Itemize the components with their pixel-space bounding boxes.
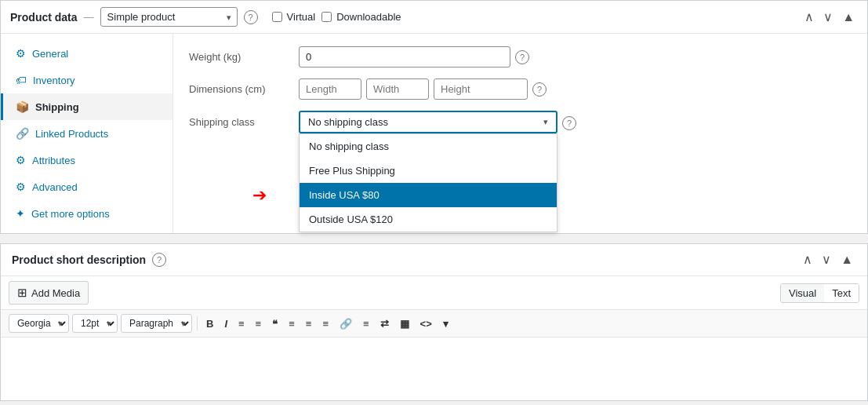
product-type-select[interactable]: Simple product Variable product Grouped … xyxy=(100,7,238,27)
sidebar-item-linked-products[interactable]: 🔗 Linked Products xyxy=(1,120,173,147)
sidebar-item-attributes[interactable]: ⚙ Attributes xyxy=(1,147,173,173)
ordered-list-button[interactable]: ≡ xyxy=(252,316,266,331)
short-desc-panel-controls: ∧ ∨ ▲ xyxy=(800,252,856,268)
link-button[interactable]: 🔗 xyxy=(336,316,356,331)
downloadable-checkbox[interactable] xyxy=(321,12,332,22)
sidebar-item-advanced-label: Advanced xyxy=(32,181,78,193)
product-type-wrapper[interactable]: Simple product Variable product Grouped … xyxy=(100,7,238,27)
short-description-header: Product short description ? ∧ ∨ ▲ xyxy=(1,244,867,276)
tab-visual[interactable]: Visual xyxy=(781,284,824,302)
visual-text-tabs: Visual Text xyxy=(780,283,859,303)
sidebar-item-advanced[interactable]: ⚙ Advanced xyxy=(1,173,173,200)
code-button[interactable]: <> xyxy=(416,316,436,331)
italic-button[interactable]: I xyxy=(220,316,231,331)
unordered-list-button[interactable]: ≡ xyxy=(234,316,249,331)
format-divider-1 xyxy=(197,316,198,330)
weight-help-icon[interactable]: ? xyxy=(515,50,529,64)
sidebar-item-linked-products-label: Linked Products xyxy=(35,128,108,140)
weight-input[interactable] xyxy=(299,46,510,68)
sidebar-item-general-label: General xyxy=(32,48,68,60)
blockquote-button[interactable]: ❝ xyxy=(268,316,281,331)
product-type-help-icon[interactable]: ? xyxy=(244,10,258,24)
sidebar-item-attributes-label: Attributes xyxy=(32,155,75,166)
font-family-wrapper[interactable]: Georgia xyxy=(9,314,69,333)
font-size-select[interactable]: 12pt xyxy=(72,314,118,333)
panel-controls: ∧ ∨ ▲ xyxy=(801,9,858,25)
tab-text[interactable]: Text xyxy=(824,284,859,302)
linked-products-icon: 🔗 xyxy=(16,127,29,140)
shipping-class-menu: No shipping class Free Plus Shipping ➔ I… xyxy=(299,133,557,232)
align-center-button[interactable]: ≡ xyxy=(302,316,316,331)
dropdown-item-free-plus[interactable]: Free Plus Shipping xyxy=(300,159,557,183)
sidebar-item-get-more-options[interactable]: ✦ Get more options xyxy=(1,200,173,227)
advanced-icon: ⚙ xyxy=(16,181,26,193)
font-size-wrapper[interactable]: 12pt xyxy=(72,314,118,333)
sidebar-item-get-more-options-label: Get more options xyxy=(31,208,110,220)
sidebar-item-inventory[interactable]: 🏷 Inventory xyxy=(1,67,173,93)
add-media-button[interactable]: ⊞ Add Media xyxy=(9,281,89,305)
dimensions-help-icon[interactable]: ? xyxy=(532,82,547,97)
short-desc-collapse-down[interactable]: ∨ xyxy=(819,252,834,268)
paragraph-wrapper[interactable]: Paragraph xyxy=(121,314,192,333)
short-description-help-icon[interactable]: ? xyxy=(152,253,166,267)
dropdown-item-outside-usa[interactable]: Outside USA $120 xyxy=(300,207,557,232)
shipping-class-label: Shipping class xyxy=(189,111,299,128)
sidebar-item-shipping[interactable]: 📦 Shipping xyxy=(1,93,173,120)
downloadable-label[interactable]: Downloadable xyxy=(336,11,401,23)
align-right-button[interactable]: ≡ xyxy=(318,316,332,331)
panel-title: Product data xyxy=(10,11,78,24)
more-button[interactable]: ▾ xyxy=(439,316,452,331)
arrow-indicator: ➔ xyxy=(252,185,267,206)
short-desc-collapse-close[interactable]: ▲ xyxy=(837,252,856,268)
collapse-up-button[interactable]: ∧ xyxy=(801,9,817,25)
product-data-header: Product data — Simple product Variable p… xyxy=(1,1,867,34)
paragraph-select[interactable]: Paragraph xyxy=(121,314,192,333)
shipping-class-selected-value: No shipping class xyxy=(308,116,388,128)
attributes-icon: ⚙ xyxy=(16,154,26,166)
inventory-icon: 🏷 xyxy=(16,74,27,86)
fullscreen-button[interactable]: ⇄ xyxy=(376,316,393,331)
weight-label: Weight (kg) xyxy=(189,51,299,63)
virtual-label[interactable]: Virtual xyxy=(287,11,316,23)
collapse-down-button[interactable]: ∨ xyxy=(820,9,836,25)
separator: — xyxy=(84,11,94,23)
short-description-title: Product short description xyxy=(12,254,146,266)
virtual-checkbox-group: Virtual xyxy=(272,11,316,23)
collapse-close-button[interactable]: ▲ xyxy=(839,9,858,25)
editor-area[interactable] xyxy=(1,338,867,400)
length-input[interactable] xyxy=(299,78,361,100)
format-toolbar: Georgia 12pt Paragraph B I ≡ ≡ ❝ ≡ ≡ ≡ 🔗… xyxy=(1,310,867,338)
height-input[interactable] xyxy=(434,78,528,100)
columns-button[interactable]: ≡ xyxy=(359,316,373,331)
dropdown-arrow-icon: ▾ xyxy=(543,117,548,127)
shipping-class-dropdown-wrapper: No shipping class ▾ No shipping class Fr… xyxy=(299,111,557,133)
bold-button[interactable]: B xyxy=(202,316,217,331)
add-media-label: Add Media xyxy=(31,287,80,299)
short-desc-collapse-up[interactable]: ∧ xyxy=(800,252,815,268)
align-left-button[interactable]: ≡ xyxy=(285,316,299,331)
font-family-select[interactable]: Georgia xyxy=(9,314,69,333)
virtual-checkbox[interactable] xyxy=(272,12,282,22)
product-data-panel: Product data — Simple product Variable p… xyxy=(0,0,868,234)
sidebar-item-general[interactable]: ⚙ General xyxy=(1,40,173,67)
dimensions-label: Dimensions (cm) xyxy=(189,83,299,95)
short-description-panel: Product short description ? ∧ ∨ ▲ ⊞ Add … xyxy=(0,243,868,401)
shipping-class-help-icon[interactable]: ? xyxy=(562,116,576,130)
red-arrow-icon: ➔ xyxy=(252,185,267,206)
get-more-options-icon: ✦ xyxy=(16,207,25,220)
general-icon: ⚙ xyxy=(16,47,26,60)
dropdown-item-inside-row: ➔ Inside USA $80 xyxy=(300,183,557,207)
weight-fields: ? xyxy=(299,46,529,68)
dimensions-fields: ? xyxy=(299,78,547,100)
editor-toolbar: ⊞ Add Media Visual Text xyxy=(1,276,867,310)
dropdown-item-inside-usa[interactable]: Inside USA $80 xyxy=(300,183,557,207)
shipping-content: Weight (kg) ? Dimensions (cm) ? Shipping xyxy=(173,34,867,233)
dimensions-row: Dimensions (cm) ? xyxy=(189,78,852,100)
shipping-class-row: Shipping class No shipping class ▾ No sh… xyxy=(189,111,852,133)
weight-row: Weight (kg) ? xyxy=(189,46,852,68)
sidebar-item-shipping-label: Shipping xyxy=(35,101,79,113)
dropdown-item-no-shipping[interactable]: No shipping class xyxy=(300,134,557,159)
table-button[interactable]: ▦ xyxy=(396,316,413,331)
width-input[interactable] xyxy=(366,78,429,100)
shipping-class-dropdown[interactable]: No shipping class ▾ xyxy=(299,111,557,133)
